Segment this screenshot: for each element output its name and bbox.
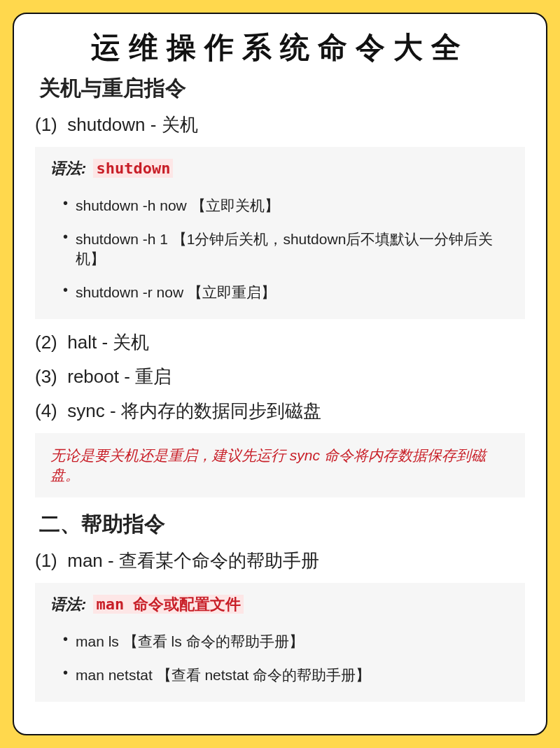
syntax-box-shutdown: 语法: shutdown shutdown -h now 【立即关机】 shut…: [35, 147, 525, 319]
syntax-box-man: 语法: man 命令或配置文件 man ls 【查看 ls 命令的帮助手册】 m…: [35, 583, 525, 702]
item-num: (4): [35, 400, 57, 421]
item-num: (1): [35, 114, 57, 135]
item-halt: (2) halt - 关机: [35, 330, 525, 355]
list-item: shutdown -r now 【立即重启】: [63, 276, 512, 309]
syntax-label: 语法:: [50, 595, 86, 613]
item-text: man - 查看某个命令的帮助手册: [67, 550, 319, 571]
item-text: reboot - 重启: [67, 366, 172, 387]
item-text: halt - 关机: [67, 332, 149, 353]
item-shutdown: (1) shutdown - 关机: [35, 113, 525, 137]
bullet-list: man ls 【查看 ls 命令的帮助手册】 man netstat 【查看 n…: [50, 625, 512, 692]
list-item: man ls 【查看 ls 命令的帮助手册】: [63, 625, 512, 658]
syntax-row: 语法: shutdown: [50, 158, 512, 179]
item-reboot: (3) reboot - 重启: [35, 365, 525, 389]
list-item: man netstat 【查看 netstat 命令的帮助手册】: [63, 658, 512, 692]
list-item: shutdown -h now 【立即关机】: [63, 189, 512, 223]
sync-note: 无论是要关机还是重启，建议先运行 sync 命令将内存数据保存到磁盘。: [50, 447, 486, 483]
syntax-keyword: shutdown: [93, 159, 173, 178]
bullet-list: shutdown -h now 【立即关机】 shutdown -h 1 【1分…: [50, 189, 512, 309]
item-num: (1): [35, 550, 57, 571]
item-num: (3): [35, 366, 57, 387]
syntax-label: 语法:: [50, 160, 86, 177]
list-item: shutdown -h 1 【1分钟后关机，shutdown后不填默认一分钟后关…: [63, 223, 512, 276]
item-num: (2): [35, 332, 57, 353]
note-box: 无论是要关机还是重启，建议先运行 sync 命令将内存数据保存到磁盘。: [35, 433, 525, 498]
page-title: 运维操作系统命令大全: [35, 28, 525, 67]
section2-heading: 二、帮助指令: [39, 510, 525, 539]
item-sync: (4) sync - 将内存的数据同步到磁盘: [35, 399, 525, 423]
document-card: 运维操作系统命令大全 关机与重启指令 (1) shutdown - 关机 语法:…: [13, 13, 547, 735]
syntax-keyword: man 命令或配置文件: [93, 595, 244, 614]
item-text: sync - 将内存的数据同步到磁盘: [67, 400, 321, 421]
item-text: shutdown - 关机: [67, 114, 197, 135]
syntax-row: 语法: man 命令或配置文件: [50, 594, 512, 615]
section1-heading: 关机与重启指令: [39, 74, 525, 103]
item-man: (1) man - 查看某个命令的帮助手册: [35, 549, 525, 573]
